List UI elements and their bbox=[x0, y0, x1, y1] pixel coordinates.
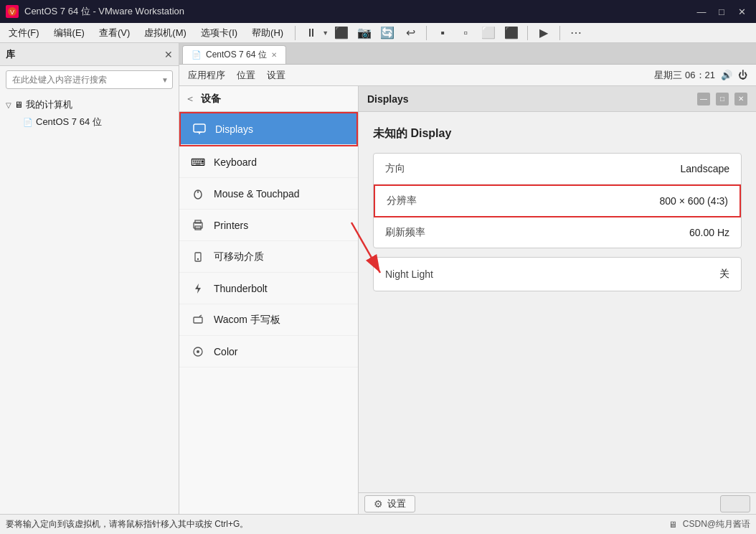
snapshot1-button[interactable]: 📷 bbox=[354, 23, 374, 43]
back-chevron-icon: ＜ bbox=[185, 93, 195, 106]
displays-close-button[interactable]: ✕ bbox=[734, 93, 747, 106]
window-title: CentOS 7 64 位 - VMware Workstation bbox=[24, 5, 184, 18]
menu-help[interactable]: 帮助(H) bbox=[246, 24, 289, 42]
displays-titlebar: Displays — □ ✕ bbox=[359, 86, 756, 112]
night-light-row: Night Light 关 bbox=[374, 258, 741, 291]
bottom-settings-button[interactable]: ⚙ 设置 bbox=[364, 495, 415, 512]
vm-icon: 📄 bbox=[23, 118, 33, 127]
settings-item-wacom[interactable]: Wacom 手写板 bbox=[179, 304, 358, 336]
vm-time: 星期三 06：21 bbox=[654, 69, 715, 82]
thunderbolt-icon bbox=[191, 281, 205, 296]
display-orientation-row: 方向 Landscape bbox=[374, 154, 741, 184]
view3-button[interactable]: ⬜ bbox=[478, 23, 499, 43]
night-light-label: Night Light bbox=[385, 268, 433, 280]
bottom-right-area bbox=[720, 495, 750, 512]
display-card: 方向 Landscape 分辨率 800 × 600 (4∶3) bbox=[373, 153, 742, 248]
settings-item-thunderbolt[interactable]: Thunderbolt bbox=[179, 273, 358, 304]
vm-content: 应用程序 位置 设置 星期三 06：21 🔊 ⏻ bbox=[179, 65, 756, 514]
menu-edit[interactable]: 编辑(E) bbox=[48, 24, 90, 42]
library-close-button[interactable]: ✕ bbox=[164, 49, 173, 60]
pause-button-group[interactable]: ⏸ ▼ bbox=[301, 23, 329, 43]
terminal-button[interactable]: ▶ bbox=[534, 23, 554, 43]
display-refresh-row: 刷新频率 60.00 Hz bbox=[374, 217, 741, 248]
computer-icon: 🖥 bbox=[14, 100, 23, 110]
tree-centos[interactable]: 📄 CentOS 7 64 位 bbox=[0, 113, 179, 131]
display-resolution-row[interactable]: 分辨率 800 × 600 (4∶3) bbox=[374, 184, 741, 217]
minimize-button[interactable]: — bbox=[693, 4, 710, 19]
svg-rect-8 bbox=[195, 220, 201, 223]
settings-list: Displays ⌨ Keyboard bbox=[179, 112, 358, 514]
menu-toolbar-sep bbox=[295, 26, 296, 40]
display-section-title: 未知的 Display bbox=[373, 126, 742, 141]
status-bar: 要将输入定向到该虚拟机，请将鼠标指针移入其中或按 Ctrl+G。 🖥 CSDN@… bbox=[0, 514, 756, 534]
status-right: 🖥 CSDN@纯月酱语 bbox=[668, 518, 750, 530]
settings-item-printers[interactable]: Printers bbox=[179, 210, 358, 241]
displays-minimize-button[interactable]: — bbox=[697, 93, 710, 106]
vm-location[interactable]: 位置 bbox=[237, 69, 255, 82]
displays-maximize-button[interactable]: □ bbox=[716, 93, 729, 106]
tab-centos[interactable]: 📄 CentOS 7 64 位 ✕ bbox=[182, 45, 286, 64]
search-input[interactable] bbox=[6, 70, 173, 89]
tree-my-computer-label: 我的计算机 bbox=[26, 98, 72, 111]
mouse-icon bbox=[191, 187, 205, 201]
menu-tabs[interactable]: 选项卡(I) bbox=[195, 24, 243, 42]
menu-bar: 文件(F) 编辑(E) 查看(V) 虚拟机(M) 选项卡(I) 帮助(H) ⏸ … bbox=[0, 23, 756, 43]
svg-point-11 bbox=[197, 258, 199, 259]
settings-removable-label: 可移动介质 bbox=[214, 250, 264, 263]
more-button[interactable]: ⋯ bbox=[566, 23, 586, 43]
title-bar-left: V CentOS 7 64 位 - VMware Workstation bbox=[6, 5, 184, 18]
main-area: 库 ✕ ▼ ▽ 🖥 我的计算机 📄 CentOS 7 64 位 bbox=[0, 43, 756, 514]
settings-keyboard-label: Keyboard bbox=[214, 156, 257, 168]
svg-line-14 bbox=[199, 315, 202, 317]
displays-highlight-box: Displays bbox=[179, 112, 358, 146]
send-keys-button[interactable]: ⬛ bbox=[331, 23, 351, 43]
vm-settings[interactable]: 设置 bbox=[267, 69, 285, 82]
vm-apps[interactable]: 应用程序 bbox=[188, 69, 225, 82]
settings-item-keyboard[interactable]: ⌨ Keyboard bbox=[179, 146, 358, 178]
pause-button[interactable]: ⏸ bbox=[301, 23, 321, 43]
menu-view[interactable]: 查看(V) bbox=[93, 24, 136, 42]
library-search-area: ▼ bbox=[0, 66, 179, 93]
view1-button[interactable]: ▪ bbox=[433, 23, 453, 43]
settings-item-removable[interactable]: 可移动介质 bbox=[179, 241, 358, 273]
resolution-value: 800 × 600 (4∶3) bbox=[660, 195, 728, 207]
printer-icon bbox=[191, 218, 205, 233]
title-controls: — □ ✕ bbox=[693, 4, 750, 19]
tab-label: CentOS 7 64 位 bbox=[206, 49, 267, 61]
settings-thunderbolt-label: Thunderbolt bbox=[214, 283, 268, 294]
vm-toolbar-right: 星期三 06：21 🔊 ⏻ bbox=[654, 69, 747, 82]
snapshot3-button[interactable]: ↩ bbox=[400, 23, 420, 43]
view2-button[interactable]: ▫ bbox=[455, 23, 476, 43]
settings-item-color[interactable]: Color bbox=[179, 336, 358, 367]
resolution-label: 分辨率 bbox=[387, 195, 417, 207]
settings-item-mouse[interactable]: Mouse & Touchpad bbox=[179, 178, 358, 210]
settings-item-displays[interactable]: Displays bbox=[181, 113, 356, 145]
vm-display: ＜ 设备 bbox=[179, 86, 756, 514]
settings-back-button[interactable]: ＜ 设备 bbox=[179, 86, 358, 112]
library-tree: ▽ 🖥 我的计算机 📄 CentOS 7 64 位 bbox=[0, 93, 179, 134]
color-icon bbox=[191, 345, 205, 359]
tab-icon: 📄 bbox=[192, 50, 202, 60]
title-bar: V CentOS 7 64 位 - VMware Workstation — □… bbox=[0, 0, 756, 23]
svg-text:V: V bbox=[10, 9, 14, 16]
tree-my-computer[interactable]: ▽ 🖥 我的计算机 bbox=[0, 96, 179, 113]
settings-sidebar: ＜ 设备 bbox=[179, 86, 359, 514]
apply-button[interactable] bbox=[720, 495, 750, 512]
wacom-icon bbox=[191, 313, 205, 327]
maximize-button[interactable]: □ bbox=[713, 4, 730, 19]
night-light-card: Night Light 关 bbox=[373, 257, 742, 291]
pause-dropdown-arrow[interactable]: ▼ bbox=[322, 29, 329, 37]
tree-expand-icon: ▽ bbox=[6, 101, 11, 109]
tab-close-button[interactable]: ✕ bbox=[271, 51, 277, 59]
library-header: 库 ✕ bbox=[0, 43, 179, 66]
snapshot2-button[interactable]: 🔄 bbox=[377, 23, 397, 43]
menu-file[interactable]: 文件(F) bbox=[3, 24, 45, 42]
menu-vm[interactable]: 虚拟机(M) bbox=[138, 24, 192, 42]
close-button[interactable]: ✕ bbox=[733, 4, 750, 19]
svg-rect-2 bbox=[194, 124, 205, 132]
vm-power-icon: ⏻ bbox=[738, 70, 747, 80]
tab-area: 📄 CentOS 7 64 位 ✕ 应用程序 位置 设置 星期三 06：21 bbox=[179, 43, 756, 514]
view4-button[interactable]: ⬛ bbox=[501, 23, 521, 43]
vmware-window: V CentOS 7 64 位 - VMware Workstation — □… bbox=[0, 0, 756, 534]
refresh-label: 刷新频率 bbox=[385, 226, 425, 239]
